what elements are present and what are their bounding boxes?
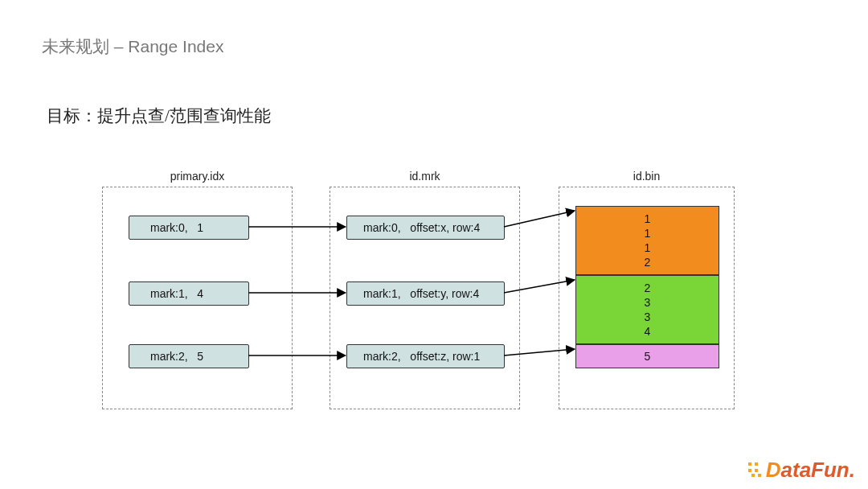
column-id-bin: id.bin 1 1 1 2 2 3 3 4 5 bbox=[559, 187, 735, 409]
bin-value: 2 bbox=[645, 281, 651, 295]
mrk-row-2: mark:2, offset:z, row:1 bbox=[346, 344, 505, 368]
bin-value: 3 bbox=[645, 310, 651, 324]
column-id-mrk: id.mrk mark:0, offset:x, row:4 mark:1, o… bbox=[330, 187, 520, 409]
primary-idx-row-0: mark:0, 1 bbox=[129, 216, 249, 240]
bin-value: 1 bbox=[645, 240, 651, 255]
bin-value: 1 bbox=[645, 226, 651, 240]
column-label-mrk: id.mrk bbox=[330, 170, 519, 183]
bin-block-0: 1 1 1 2 bbox=[575, 206, 719, 275]
logo-dots-icon bbox=[747, 461, 764, 479]
column-label-bin: id.bin bbox=[559, 170, 734, 183]
logo-datafun: DataFun. bbox=[747, 458, 855, 483]
bin-value: 2 bbox=[645, 255, 651, 269]
bin-value: 1 bbox=[645, 212, 651, 226]
primary-idx-row-1: mark:1, 4 bbox=[129, 281, 249, 306]
bin-value: 5 bbox=[645, 349, 651, 364]
primary-idx-row-2: mark:2, 5 bbox=[129, 344, 249, 368]
bin-value: 3 bbox=[645, 295, 651, 310]
page-subtitle: 目标：提升点查/范围查询性能 bbox=[47, 105, 271, 127]
bin-block-2: 5 bbox=[575, 344, 719, 368]
column-primary-idx: primary.idx mark:0, 1 mark:1, 4 mark:2, … bbox=[102, 187, 293, 409]
bin-block-1: 2 3 3 4 bbox=[575, 275, 719, 344]
column-label-primary: primary.idx bbox=[103, 170, 292, 183]
bin-value: 4 bbox=[645, 324, 651, 339]
mrk-row-0: mark:0, offset:x, row:4 bbox=[346, 216, 505, 240]
page-title: 未来规划 – Range Index bbox=[42, 35, 223, 58]
mrk-row-1: mark:1, offset:y, row:4 bbox=[346, 281, 505, 306]
